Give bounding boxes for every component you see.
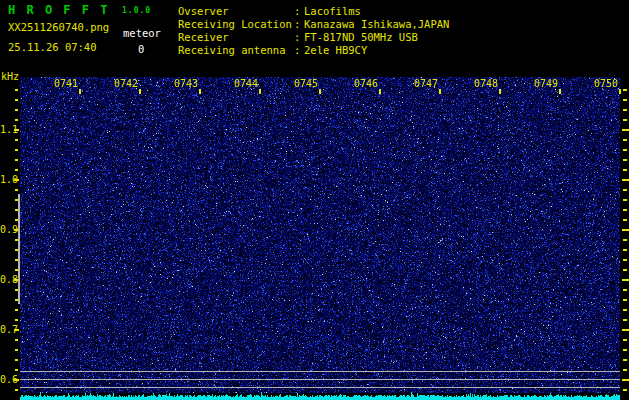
freq-major-tick-right bbox=[622, 129, 629, 131]
freq-minor-tick-right bbox=[623, 289, 627, 291]
freq-major-tick-left bbox=[14, 129, 19, 131]
time-axis-tick bbox=[199, 89, 201, 94]
info-value: Kanazawa Ishikawa,JAPAN bbox=[304, 18, 449, 31]
time-axis-tick bbox=[319, 89, 321, 94]
info-row: Ovserver:Lacofilms bbox=[178, 5, 449, 18]
freq-major-tick-right bbox=[622, 279, 629, 281]
freq-minor-tick-right bbox=[623, 319, 627, 321]
info-key: Ovserver bbox=[178, 5, 294, 18]
time-axis-label: 0745 bbox=[292, 79, 318, 89]
freq-axis-label: 0.8 bbox=[0, 275, 14, 285]
freq-minor-tick-right bbox=[623, 89, 627, 91]
freq-minor-tick-right bbox=[623, 219, 627, 221]
time-axis-label: 0749 bbox=[532, 79, 558, 89]
freq-minor-tick-right bbox=[623, 259, 627, 261]
freq-minor-tick-left bbox=[15, 169, 18, 171]
freq-minor-tick-left bbox=[15, 189, 18, 191]
time-axis-tick bbox=[79, 89, 81, 94]
app-title: H R O F F T bbox=[8, 3, 109, 17]
freq-minor-tick-left bbox=[15, 89, 18, 91]
station-info-table: Ovserver:LacofilmsReceiving Location:Kan… bbox=[178, 5, 449, 57]
freq-minor-tick-left bbox=[15, 369, 18, 371]
freq-minor-tick-left bbox=[15, 349, 18, 351]
reference-line bbox=[20, 387, 620, 388]
freq-minor-tick-left bbox=[15, 109, 18, 111]
freq-minor-tick-right bbox=[623, 239, 627, 241]
info-key: Receiving Location bbox=[178, 18, 294, 31]
info-row: Receiving antenna:2ele HB9CY bbox=[178, 44, 449, 57]
info-separator: : bbox=[294, 5, 304, 18]
freq-minor-tick-right bbox=[623, 359, 627, 361]
time-axis-label: 0744 bbox=[232, 79, 258, 89]
freq-major-tick-right bbox=[622, 229, 629, 231]
time-axis-tick bbox=[259, 89, 261, 94]
info-separator: : bbox=[294, 18, 304, 31]
time-axis-label: 0748 bbox=[472, 79, 498, 89]
datetime-label: 25.11.26 07:40 bbox=[8, 41, 97, 53]
time-axis-label: 0742 bbox=[112, 79, 138, 89]
info-key: Receiver bbox=[178, 31, 294, 44]
freq-axis-label: 1.0 bbox=[0, 175, 14, 185]
freq-unit-label: kHz bbox=[1, 71, 19, 82]
time-axis-label: 0746 bbox=[352, 79, 378, 89]
freq-minor-tick-right bbox=[623, 189, 627, 191]
freq-axis-label: 0.7 bbox=[0, 325, 14, 335]
freq-minor-tick-right bbox=[623, 389, 627, 391]
freq-minor-tick-left bbox=[15, 309, 18, 311]
spectrogram-canvas bbox=[20, 77, 620, 400]
freq-minor-tick-right bbox=[623, 169, 627, 171]
freq-minor-tick-left bbox=[15, 159, 18, 161]
info-row: Receiving Location:Kanazawa Ishikawa,JAP… bbox=[178, 18, 449, 31]
freq-major-tick-left bbox=[14, 379, 19, 381]
freq-minor-tick-right bbox=[623, 339, 627, 341]
freq-minor-tick-left bbox=[15, 119, 18, 121]
freq-major-tick-right bbox=[622, 329, 629, 331]
freq-major-tick-right bbox=[622, 179, 629, 181]
time-axis-tick bbox=[439, 89, 441, 94]
hrofft-window: H R O F F T 1.0.0 XX2511260740.png meteo… bbox=[0, 0, 629, 400]
freq-minor-tick-left bbox=[15, 389, 18, 391]
freq-minor-tick-right bbox=[623, 159, 627, 161]
app-version: 1.0.0 bbox=[122, 6, 151, 15]
time-axis-label: 0750 bbox=[592, 79, 618, 89]
info-value: 2ele HB9CY bbox=[304, 44, 367, 57]
freq-minor-tick-left bbox=[15, 319, 18, 321]
freq-minor-tick-right bbox=[623, 269, 627, 271]
info-value: Lacofilms bbox=[304, 5, 361, 18]
reference-line bbox=[20, 371, 620, 372]
freq-minor-tick-right bbox=[623, 299, 627, 301]
freq-minor-tick-right bbox=[623, 119, 627, 121]
reference-line bbox=[20, 379, 620, 380]
info-separator: : bbox=[294, 31, 304, 44]
time-axis-label: 0747 bbox=[412, 79, 438, 89]
meteor-count: 0 bbox=[138, 43, 144, 55]
info-separator: : bbox=[294, 44, 304, 57]
freq-minor-tick-right bbox=[623, 99, 627, 101]
freq-major-tick-right bbox=[622, 379, 629, 381]
time-axis-label: 0741 bbox=[52, 79, 78, 89]
freq-major-tick-left bbox=[14, 179, 19, 181]
freq-axis-label: 0.6 bbox=[0, 375, 14, 385]
freq-minor-tick-left bbox=[15, 99, 18, 101]
freq-minor-tick-right bbox=[623, 109, 627, 111]
info-row: Receiver:FT-817ND 50MHz USB bbox=[178, 31, 449, 44]
time-axis-tick bbox=[499, 89, 501, 94]
freq-major-tick-left bbox=[14, 329, 19, 331]
band-marker-line bbox=[18, 194, 20, 304]
freq-minor-tick-right bbox=[623, 149, 627, 151]
freq-minor-tick-right bbox=[623, 249, 627, 251]
freq-minor-tick-right bbox=[623, 209, 627, 211]
time-axis-tick bbox=[559, 89, 561, 94]
info-key: Receiving antenna bbox=[178, 44, 294, 57]
time-axis-label: 0743 bbox=[172, 79, 198, 89]
freq-minor-tick-right bbox=[623, 309, 627, 311]
freq-minor-tick-right bbox=[623, 139, 627, 141]
freq-minor-tick-left bbox=[15, 339, 18, 341]
freq-minor-tick-left bbox=[15, 359, 18, 361]
time-axis-tick bbox=[619, 89, 621, 94]
info-value: FT-817ND 50MHz USB bbox=[304, 31, 418, 44]
freq-minor-tick-left bbox=[15, 139, 18, 141]
freq-minor-tick-right bbox=[623, 349, 627, 351]
time-axis-tick bbox=[379, 89, 381, 94]
time-axis-tick bbox=[139, 89, 141, 94]
